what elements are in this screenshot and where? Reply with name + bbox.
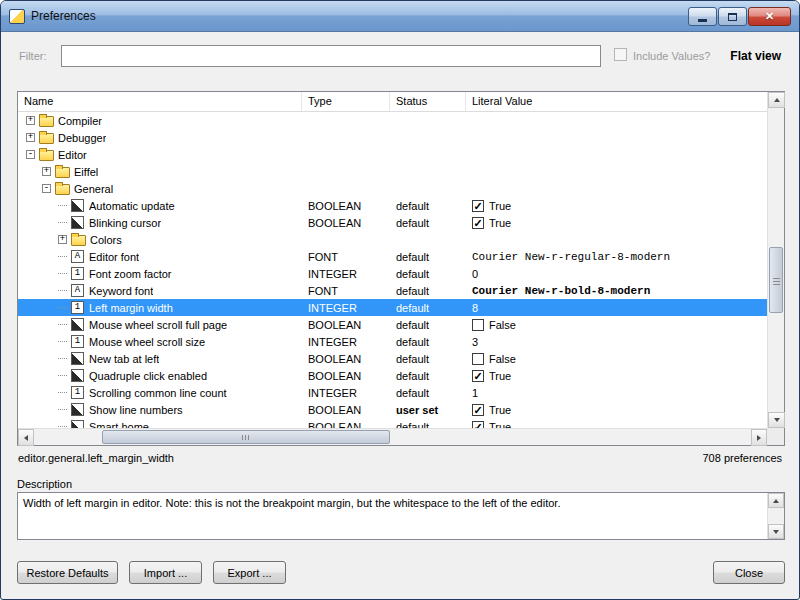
pref-type: BOOLEAN: [302, 316, 390, 333]
pref-status: default: [390, 248, 466, 265]
pref-type: INTEGER: [302, 265, 390, 282]
export-button[interactable]: Export ...: [213, 561, 286, 584]
table-row[interactable]: Blinking cursorBOOLEANdefault✓True: [18, 214, 767, 231]
horizontal-scroll-thumb[interactable]: [102, 430, 390, 444]
tree-connector: [58, 358, 67, 359]
table-row[interactable]: +Colors: [18, 231, 767, 248]
table-row[interactable]: 1Scrolling common line countINTEGERdefau…: [18, 384, 767, 401]
tree-connector: [58, 375, 67, 376]
restore-defaults-button[interactable]: Restore Defaults: [17, 561, 118, 584]
folder-icon: [71, 235, 86, 246]
table-row[interactable]: 1Mouse wheel scroll sizeINTEGERdefault3: [18, 333, 767, 350]
arrow-up-icon: [774, 98, 780, 102]
pref-status: user set: [390, 401, 466, 418]
table-row[interactable]: AEditor fontFONTdefaultCourier New-r-reg…: [18, 248, 767, 265]
column-header-type[interactable]: Type: [302, 92, 390, 111]
filter-input[interactable]: [61, 45, 601, 67]
indent-spacer: [18, 392, 58, 393]
int-pref-icon: 1: [71, 386, 84, 399]
table-row[interactable]: AKeyword fontFONTdefaultCourier New-r-bo…: [18, 282, 767, 299]
value-label: 3: [472, 336, 478, 348]
pref-value: [466, 163, 767, 180]
vertical-scrollbar[interactable]: [767, 92, 784, 428]
expand-icon[interactable]: +: [42, 167, 51, 176]
column-header-name[interactable]: Name: [18, 92, 302, 111]
pref-status: [390, 180, 466, 197]
table-row[interactable]: Mouse wheel scroll full pageBOOLEANdefau…: [18, 316, 767, 333]
table-row[interactable]: 1Font zoom factorINTEGERdefault0: [18, 265, 767, 282]
scroll-left-button[interactable]: [18, 429, 34, 446]
pref-value: [466, 146, 767, 163]
table-row[interactable]: +Compiler: [18, 112, 767, 129]
value-label: True: [489, 421, 511, 429]
pref-type: [302, 112, 390, 129]
table-row[interactable]: +Debugger: [18, 129, 767, 146]
value-label: False: [489, 353, 516, 365]
maximize-button[interactable]: [718, 7, 747, 26]
collapse-icon[interactable]: -: [42, 184, 51, 193]
import-button[interactable]: Import ...: [129, 561, 202, 584]
pref-status: default: [390, 350, 466, 367]
tree-connector: [58, 273, 67, 274]
value-checkbox[interactable]: [472, 353, 484, 365]
close-window-button[interactable]: ✕: [748, 7, 791, 26]
collapse-icon[interactable]: -: [26, 150, 35, 159]
name-cell: 1Font zoom factor: [18, 265, 302, 282]
tree-connector: [58, 222, 67, 223]
pref-value: [466, 112, 767, 129]
vertical-scroll-thumb[interactable]: [769, 247, 783, 313]
table-row[interactable]: Automatic updateBOOLEANdefault✓True: [18, 197, 767, 214]
value-checkbox[interactable]: ✓: [472, 370, 484, 382]
table-row[interactable]: +Eiffel: [18, 163, 767, 180]
expand-icon[interactable]: +: [26, 116, 35, 125]
table-row[interactable]: -General: [18, 180, 767, 197]
scroll-right-button[interactable]: [751, 429, 767, 446]
table-row[interactable]: New tab at leftBOOLEANdefaultFalse: [18, 350, 767, 367]
minimize-icon: [698, 19, 707, 22]
tree-connector: [58, 426, 67, 427]
tree-connector: [58, 341, 67, 342]
table-row[interactable]: Show line numbersBOOLEANuser set✓True: [18, 401, 767, 418]
tree-rows: +Compiler+Debugger-Editor+Eiffel-General…: [18, 112, 767, 428]
value-checkbox[interactable]: ✓: [472, 421, 484, 429]
int-pref-icon: 1: [71, 335, 84, 348]
table-row[interactable]: 1Left margin widthINTEGERdefault8: [18, 299, 767, 316]
expand-icon[interactable]: +: [58, 235, 67, 244]
arrow-right-icon: [757, 435, 761, 441]
scrollbar-corner: [767, 428, 784, 445]
minimize-button[interactable]: [688, 7, 717, 26]
description-box: Width of left margin in editor. Note: th…: [17, 492, 785, 540]
column-header-literal-value[interactable]: Literal Value: [466, 92, 767, 111]
pref-name: Font zoom factor: [89, 268, 172, 280]
pref-name: Mouse wheel scroll full page: [89, 319, 227, 331]
scroll-down-button[interactable]: [768, 524, 784, 539]
pref-type: [302, 129, 390, 146]
horizontal-scrollbar[interactable]: [18, 428, 767, 445]
tree-connector: [58, 324, 67, 325]
table-row[interactable]: -Editor: [18, 146, 767, 163]
filter-label: Filter:: [19, 50, 47, 62]
description-scrollbar[interactable]: [767, 493, 784, 539]
scroll-up-button[interactable]: [768, 493, 784, 508]
table-row[interactable]: Quadruple click enabledBOOLEANdefault✓Tr…: [18, 367, 767, 384]
close-icon: ✕: [765, 10, 774, 23]
expand-icon[interactable]: +: [26, 133, 35, 142]
name-cell: Blinking cursor: [18, 214, 302, 231]
indent-spacer: [18, 375, 58, 376]
titlebar: Preferences ✕: [1, 1, 799, 32]
column-header-status[interactable]: Status: [390, 92, 466, 111]
scroll-down-button[interactable]: [768, 412, 785, 428]
table-row[interactable]: Smart homeBOOLEANdefault✓True: [18, 418, 767, 428]
value-checkbox[interactable]: ✓: [472, 404, 484, 416]
pref-name: Mouse wheel scroll size: [89, 336, 205, 348]
value-checkbox[interactable]: ✓: [472, 217, 484, 229]
flat-view-button[interactable]: Flat view: [730, 49, 781, 63]
scroll-up-button[interactable]: [768, 92, 785, 108]
value-checkbox[interactable]: [472, 319, 484, 331]
pref-status: default: [390, 214, 466, 231]
value-checkbox[interactable]: ✓: [472, 200, 484, 212]
include-values-checkbox[interactable]: [614, 48, 627, 61]
pref-name: Colors: [90, 234, 122, 246]
close-button[interactable]: Close: [713, 561, 785, 584]
pref-name: Automatic update: [89, 200, 175, 212]
